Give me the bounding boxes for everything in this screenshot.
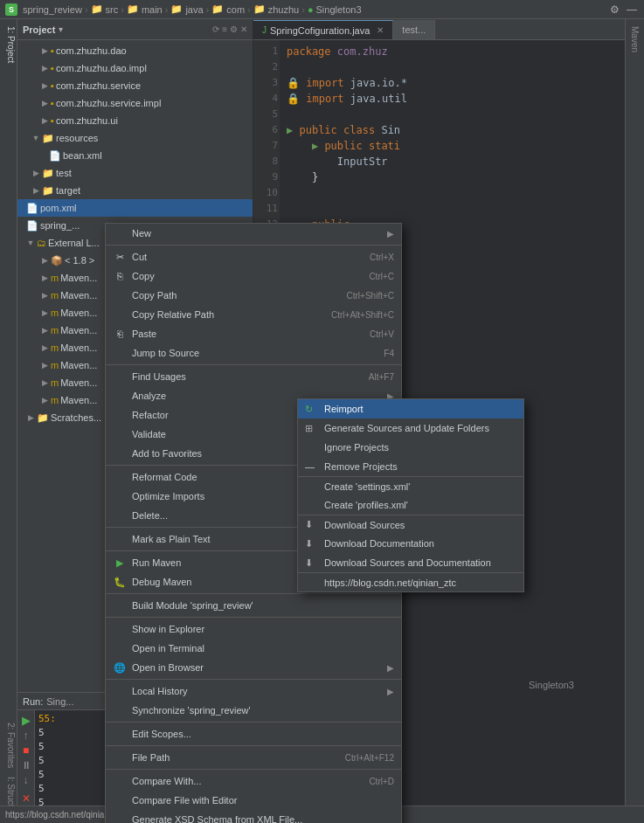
tree-item-dao-impl[interactable]: ▶ ▪ com.zhuzhu.dao.impl	[17, 59, 253, 77]
menu-find-usages[interactable]: Find Usages Alt+F7	[106, 367, 401, 386]
settings-header-button[interactable]: ⚙	[230, 24, 238, 34]
submenu-reimport[interactable]: ↻ Reimport	[298, 399, 523, 418]
scopes-icon	[113, 727, 127, 741]
sidebar-item-favorites[interactable]: 2: Favorites	[0, 719, 17, 771]
tab-test[interactable]: test...	[393, 20, 435, 39]
submenu-generate-sources[interactable]: ⊞ Generate Sources and Update Folders	[298, 418, 523, 438]
menu-separator	[106, 722, 401, 723]
menu-compare-editor[interactable]: Compare File with Editor	[106, 791, 401, 810]
collapse-button[interactable]: ≡	[222, 24, 227, 34]
generate-sources-icon: ⊞	[305, 423, 319, 434]
validate-icon	[113, 427, 127, 441]
settings-button[interactable]: ⚙	[607, 3, 621, 17]
run-down-button[interactable]: ↓	[24, 774, 29, 786]
tree-item-ui[interactable]: ▶ ▪ com.zhuzhu.ui	[17, 112, 253, 129]
java-icon: 📁	[170, 3, 183, 15]
file-path-icon	[113, 750, 127, 764]
right-sidebar: Maven	[625, 19, 644, 823]
browser-icon: 🌐	[113, 660, 127, 674]
tree-item-service[interactable]: ▶ ▪ com.zhuzhu.service	[17, 77, 253, 94]
menu-local-history[interactable]: Local History ▶	[106, 681, 401, 701]
menu-edit-scopes[interactable]: Edit Scopes...	[106, 724, 401, 743]
menu-build-module[interactable]: Build Module 'spring_review'	[106, 596, 401, 615]
run-kill-button[interactable]: ✕	[22, 792, 31, 805]
xml-icon: 📄	[26, 203, 38, 214]
sidebar-item-project[interactable]: 1: Project	[0, 23, 17, 66]
submenu-remove-projects[interactable]: — Remove Projects	[298, 457, 523, 476]
submenu-download-sources[interactable]: ⬇ Download Sources	[298, 515, 523, 534]
submenu-create-profiles[interactable]: Create 'profiles.xml'	[298, 495, 523, 515]
sync-button[interactable]: ⟳	[212, 24, 219, 34]
menu-open-browser[interactable]: 🌐 Open in Browser ▶	[106, 658, 401, 677]
submenu-download-sources-docs[interactable]: ⬇ Download Sources and Documentation	[298, 553, 523, 572]
delete-icon	[113, 508, 127, 522]
main-icon: 📁	[127, 3, 139, 15]
optimize-icon	[113, 489, 127, 503]
run-pause-button[interactable]: ⏸	[21, 759, 31, 771]
tree-item-resources[interactable]: ▼ 📁 resources	[17, 129, 253, 147]
tree-item-pom[interactable]: 📄 pom.xml	[17, 199, 253, 217]
reformat-icon	[113, 470, 127, 484]
menu-copy-relative-path[interactable]: Copy Relative Path Ctrl+Alt+Shift+C	[106, 305, 401, 324]
maven-icon: m	[51, 325, 59, 335]
run-play-button[interactable]: ▶	[22, 714, 31, 727]
close-panel-button[interactable]: ✕	[240, 24, 247, 34]
run-up-button[interactable]: ↑	[24, 730, 29, 742]
maven-icon: m	[51, 290, 59, 301]
project-breadcrumb: spring_review › 📁 src › 📁 main › 📁 java …	[23, 3, 362, 15]
package-icon: ▪	[51, 80, 54, 91]
tree-item-test[interactable]: ▶ 📁 test	[17, 164, 253, 182]
package-icon: ▪	[51, 63, 54, 73]
submenu-ignore-projects[interactable]: Ignore Projects	[298, 438, 523, 457]
tree-item-dao[interactable]: ▶ ▪ com.zhuzhu.dao	[17, 42, 253, 59]
copy-icon: ⎘	[113, 269, 127, 283]
menu-show-explorer[interactable]: Show in Explorer	[106, 619, 401, 639]
maven-icon: m	[51, 395, 59, 405]
menu-file-path[interactable]: File Path Ctrl+Alt+F12	[106, 748, 401, 767]
run-stop-button[interactable]: ■	[23, 744, 29, 757]
menu-compare-with[interactable]: Compare With... Ctrl+D	[106, 771, 401, 791]
maven-icon: m	[51, 308, 59, 318]
menu-jump-source[interactable]: Jump to Source F4	[106, 343, 401, 363]
com-icon: 📁	[211, 3, 224, 15]
run-tab-active[interactable]: Run:	[23, 696, 43, 707]
copy-rel-path-icon	[113, 308, 127, 322]
tree-item-bean-xml[interactable]: 📄 bean.xml	[17, 147, 253, 164]
tree-arrow: ▶	[40, 273, 49, 282]
analyze-icon	[113, 389, 127, 403]
menu-new[interactable]: New ▶	[106, 224, 401, 243]
mark-plain-icon	[113, 532, 127, 546]
tab-spring-config[interactable]: J SpringCofiguration.java ✕	[253, 20, 393, 39]
menu-paste[interactable]: ⎗ Paste Ctrl+V	[106, 324, 401, 343]
tree-arrow: ▼	[31, 134, 40, 142]
tree-arrow: ▶	[31, 169, 40, 177]
menu-open-terminal[interactable]: Open in Terminal	[106, 639, 401, 658]
right-tab-maven[interactable]: Maven	[628, 23, 641, 56]
menu-cut[interactable]: ✂ Cut Ctrl+X	[106, 247, 401, 266]
submenu-create-settings[interactable]: Create 'settings.xml'	[298, 476, 523, 495]
build-icon	[113, 598, 127, 612]
editor-class-label: Singleton3	[529, 680, 574, 690]
menu-separator	[106, 679, 401, 680]
tree-arrow: ▶	[40, 81, 49, 90]
folder-icon: 📁	[42, 133, 54, 144]
minimize-button[interactable]: —	[625, 3, 639, 17]
menu-copy-path[interactable]: Copy Path Ctrl+Shift+C	[106, 286, 401, 305]
title-bar: S spring_review › 📁 src › 📁 main › 📁 jav…	[0, 0, 644, 19]
submenu-download-docs[interactable]: ⬇ Download Documentation	[298, 534, 523, 553]
tree-arrow: ▶	[40, 343, 49, 352]
menu-generate-xsd[interactable]: Generate XSD Schema from XML File...	[106, 810, 401, 823]
submenu-show-url[interactable]: https://blog.csdn.net/qinian_ztc	[298, 572, 523, 591]
tree-arrow: ▶	[26, 413, 35, 422]
menu-copy[interactable]: ⎘ Copy Ctrl+C	[106, 266, 401, 286]
tree-arrow: ▶	[40, 291, 49, 300]
tab-close-button[interactable]: ✕	[377, 25, 384, 35]
menu-synchronize[interactable]: Synchronize 'spring_review'	[106, 701, 401, 720]
project-title: Project	[23, 24, 55, 35]
run-tab-sing[interactable]: Sing...	[46, 696, 73, 707]
ext-icon: 🗂	[37, 238, 46, 248]
tree-item-service-impl[interactable]: ▶ ▪ com.zhuzhu.service.impl	[17, 94, 253, 112]
maven-icon: m	[51, 360, 59, 370]
download-docs-icon: ⬇	[305, 538, 319, 550]
tree-item-target[interactable]: ▶ 📁 target	[17, 182, 253, 199]
